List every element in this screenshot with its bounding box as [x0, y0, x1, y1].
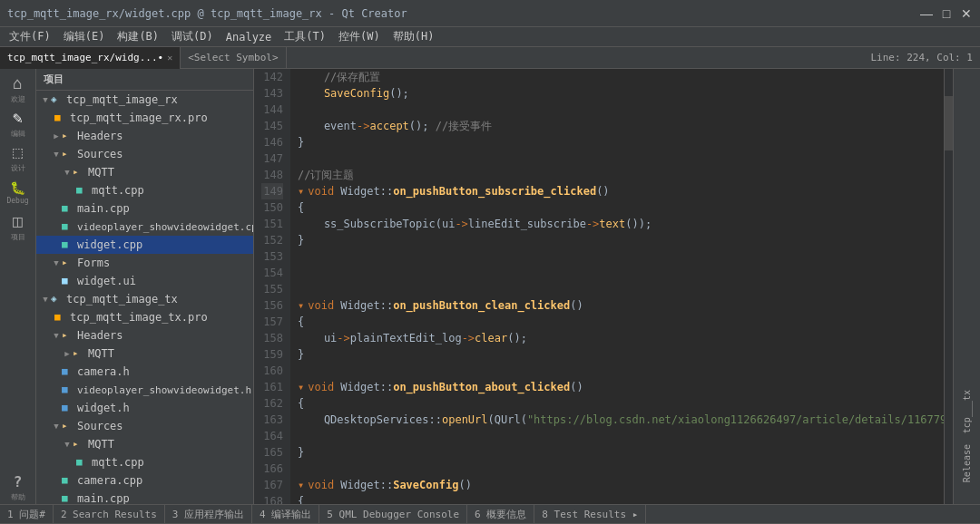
welcome-icon-btn[interactable]: ⌂ 欢迎	[2, 73, 34, 105]
tree-mqtt-rx[interactable]: ▸ MQTT	[36, 163, 253, 181]
bottom-tab-search[interactable]: 2 Search Results	[54, 504, 165, 524]
tab-close-0[interactable]: ✕	[167, 53, 172, 63]
code-line-164	[298, 428, 944, 444]
tree-label-headers-rx: Headers	[77, 130, 123, 142]
tab-label-0: tcp_mqtt_image_rx/widg...•	[7, 52, 163, 63]
tree-main-cpp[interactable]: ■ main.cpp	[36, 199, 253, 218]
menu-analyze[interactable]: Analyze	[220, 29, 278, 45]
menu-edit[interactable]: 编辑(E)	[58, 27, 111, 46]
tree-pro-tx[interactable]: ■ tcp_mqtt_image_tx.pro	[36, 308, 253, 326]
edit-icon-btn[interactable]: ✎ 编辑	[2, 107, 34, 140]
menu-controls[interactable]: 控件(W)	[333, 27, 386, 46]
tree-mqtt-cpp-rx[interactable]: ■ mqtt.cpp	[36, 181, 253, 199]
tree-project-tx[interactable]: ◈ tcp_mqtt_image_tx	[36, 290, 253, 308]
tree-headers-rx[interactable]: ▸ Headers	[36, 127, 253, 145]
tree-sources-rx[interactable]: ▸ Sources	[36, 145, 253, 163]
menu-debug[interactable]: 调试(D)	[166, 27, 219, 46]
maximize-button[interactable]: □	[940, 7, 953, 20]
ln-165: 165	[261, 444, 283, 461]
fold-arrow-156: ▾	[298, 297, 304, 314]
tree-sources-tx[interactable]: ▸ Sources	[36, 417, 253, 435]
bottom-tab-test[interactable]: 8 Test Results ▸	[534, 504, 646, 524]
menu-help[interactable]: 帮助(H)	[387, 27, 440, 46]
edit-label: 编辑	[11, 129, 25, 139]
tree-headers-tx[interactable]: ▸ Headers	[36, 326, 253, 344]
minimize-button[interactable]: —	[920, 7, 933, 20]
project-icon-btn[interactable]: ◫ 项目	[2, 210, 34, 243]
code-line-158: ui->plainTextEdit_log->clear();	[298, 330, 944, 346]
bottom-tab-qml-debug[interactable]: 5 QML Debugger Console	[319, 504, 467, 524]
tree-videoplayer-cpp[interactable]: ■ videoplayer_showvideowidget.cpp	[36, 218, 253, 236]
bottom-tab-app-output[interactable]: 3 应用程序输出	[165, 504, 252, 524]
ln-148: 148	[261, 167, 283, 183]
code-line-168: {	[298, 493, 944, 504]
code-line-144	[298, 102, 944, 118]
tree-label-mqtt-cpp-tx: mqtt.cpp	[92, 456, 144, 469]
tree-mqtt-cpp-tx[interactable]: ■ mqtt.cpp	[36, 453, 253, 471]
folder-mqtt-src-tx-icon: ▸	[73, 438, 85, 451]
tree-mqtt-src-tx[interactable]: ▸ MQTT	[36, 435, 253, 453]
file-tree: 项目 ◈ tcp_mqtt_image_rx ■ tcp_mqtt_image_…	[36, 69, 254, 504]
minimap-thumb[interactable]	[945, 96, 953, 150]
bottom-tab-compile-label: 4 编译输出	[260, 508, 311, 521]
right-panel-sublabel: Release	[958, 441, 975, 486]
code-line-166	[298, 461, 944, 477]
design-icon-btn[interactable]: ⬚ 设计	[2, 141, 34, 174]
help-label: 帮助	[11, 492, 25, 502]
edit-icon: ✎	[13, 108, 23, 127]
tree-camera-cpp[interactable]: ■ camera.cpp	[36, 471, 253, 490]
menu-build[interactable]: 构建(B)	[112, 27, 164, 46]
bottom-tab-problems[interactable]: 1 问题#	[0, 504, 54, 524]
tree-widget-ui[interactable]: ■ widget.ui	[36, 272, 253, 290]
tree-label-pro-tx: tcp_mqtt_image_tx.pro	[70, 311, 208, 324]
ln-151: 151	[261, 216, 283, 232]
ln-146: 146	[261, 134, 283, 150]
fold-arrow-161: ▾	[298, 379, 304, 395]
fold-arrow-149: ▾	[298, 183, 304, 199]
menu-tools[interactable]: 工具(T)	[279, 27, 331, 46]
tree-project-rx[interactable]: ◈ tcp_mqtt_image_rx	[36, 91, 253, 109]
arrow-mqtt-rx	[62, 167, 73, 178]
tab-select-symbol[interactable]: <Select Symbol>	[181, 47, 286, 69]
code-line-157: {	[298, 314, 944, 330]
tree-pro-rx[interactable]: ■ tcp_mqtt_image_rx.pro	[36, 109, 253, 127]
minimap[interactable]	[944, 69, 953, 504]
cpp-icon-4: ■	[62, 238, 74, 251]
arrow-sources-tx	[51, 421, 62, 432]
ln-142: 142	[261, 69, 283, 85]
tree-videoplayer-h[interactable]: ■ videoplayer_showvideowidget.h	[36, 381, 253, 399]
tree-label-mqtt-rx: MQTT	[88, 166, 114, 179]
help-icon-btn[interactable]: ? 帮助	[2, 471, 34, 504]
tree-main-cpp2[interactable]: ■ main.cpp	[36, 490, 253, 504]
close-button[interactable]: ✕	[960, 7, 973, 20]
folder-sources-icon: ▸	[62, 148, 74, 160]
bottom-tab-summary[interactable]: 6 概要信息	[467, 504, 534, 524]
tree-widget-h[interactable]: ■ widget.h	[36, 399, 253, 417]
tree-mqtt-tx[interactable]: ▸ MQTT	[36, 344, 253, 363]
code-lines[interactable]: //保存配置 SaveConfig(); event->accept(); //…	[290, 69, 944, 504]
window-controls[interactable]: — □ ✕	[920, 7, 973, 20]
tree-forms-rx[interactable]: ▸ Forms	[36, 254, 253, 272]
tab-widget-cpp[interactable]: tcp_mqtt_image_rx/widg...• ✕	[0, 47, 181, 69]
fold-arrow-167: ▾	[298, 477, 304, 493]
menu-bar: 文件(F) 编辑(E) 构建(B) 调试(D) Analyze 工具(T) 控件…	[0, 27, 980, 47]
tree-label-widget-ui: widget.ui	[77, 275, 136, 287]
ln-158: 158	[261, 330, 283, 346]
tree-camera-h[interactable]: ■ camera.h	[36, 363, 253, 381]
arrow-headers-rx	[51, 131, 62, 141]
arrow-mqtt-tx	[62, 348, 73, 359]
project-rx-icon: ◈	[51, 93, 64, 106]
bottom-tab-compile[interactable]: 4 编译输出	[252, 504, 319, 524]
code-line-161: ▾void Widget::on_pushButton_about_clicke…	[298, 379, 944, 395]
arrow-sources-rx	[51, 149, 62, 160]
cursor-position: Line: 224, Col: 1	[870, 52, 980, 63]
code-editor[interactable]: 142 143 144 145 146 147 148 149 150 151 …	[254, 69, 953, 504]
menu-file[interactable]: 文件(F)	[4, 27, 56, 46]
tree-widget-cpp[interactable]: ■ widget.cpp	[36, 236, 253, 254]
code-content: 142 143 144 145 146 147 148 149 150 151 …	[254, 69, 953, 504]
debug-icon-btn[interactable]: 🐛 Debug	[2, 176, 34, 209]
code-line-156: ▾void Widget::on_pushButton_clean_clicke…	[298, 297, 944, 314]
ln-164: 164	[261, 428, 283, 444]
arrow-mqtt-src-tx	[62, 439, 73, 450]
ln-147: 147	[261, 150, 283, 167]
